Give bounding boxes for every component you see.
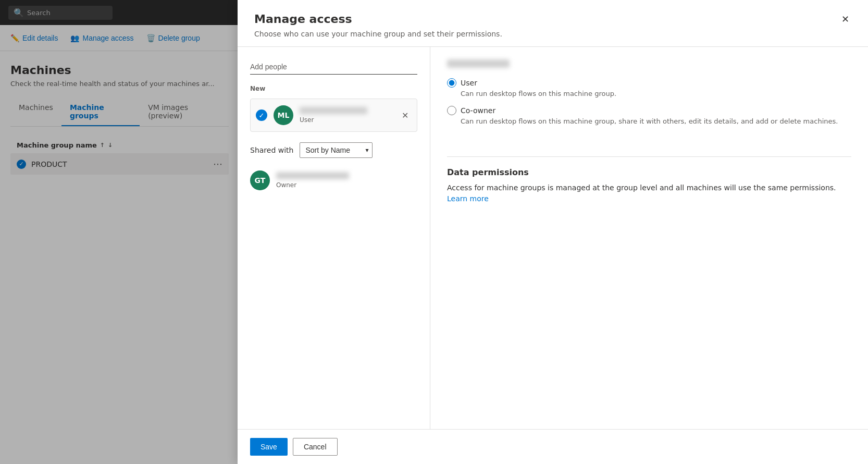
shared-user-item: GT Owner (250, 166, 417, 194)
role-radio-group: User Can run desktop flows on this machi… (447, 78, 851, 133)
modal-right-panel: User Can run desktop flows on this machi… (430, 47, 868, 429)
remove-user-button[interactable]: ✕ (399, 109, 412, 121)
modal-header-text: Manage access Choose who can use your ma… (254, 13, 502, 38)
add-people-input[interactable] (250, 59, 417, 75)
new-user-card: ✓ ML User ✕ (250, 99, 417, 132)
coowner-radio-desc: Can run desktop flows on this machine gr… (461, 117, 851, 125)
coowner-radio-row: Co-owner (447, 106, 851, 115)
role-title-blurred (447, 59, 510, 68)
cancel-button[interactable]: Cancel (293, 438, 338, 456)
data-permissions-text: Access for machine groups is managed at … (447, 182, 851, 204)
divider (447, 156, 851, 157)
owner-info: Owner (276, 172, 349, 189)
modal-header: Manage access Choose who can use your ma… (238, 0, 868, 47)
modal-footer: Save Cancel (238, 429, 868, 464)
new-user-role: User (300, 116, 392, 124)
new-user-avatar: ML (274, 105, 293, 125)
new-user-name-blurred (300, 107, 367, 114)
shared-with-label: Shared with (250, 146, 293, 154)
sort-select[interactable]: Sort by Name Sort by Role (300, 142, 373, 158)
user-radio-row: User (447, 78, 851, 88)
modal-title: Manage access (254, 13, 502, 26)
data-permissions-title: Data permissions (447, 167, 851, 177)
manage-access-modal: Manage access Choose who can use your ma… (238, 0, 868, 464)
user-radio-desc: Can run desktop flows on this machine gr… (461, 90, 851, 97)
modal-subtitle: Choose who can use your machine group an… (254, 30, 502, 38)
new-user-info: User (300, 107, 392, 124)
coowner-radio-label: Co-owner (461, 106, 495, 115)
modal-left-panel: New ✓ ML User ✕ Shared with Sort by Name… (238, 47, 430, 429)
owner-role: Owner (276, 181, 349, 189)
user-radio-label: User (461, 79, 477, 87)
user-radio-input[interactable] (447, 78, 456, 88)
coowner-role-option: Co-owner Can run desktop flows on this m… (447, 106, 851, 125)
coowner-radio-input[interactable] (447, 106, 456, 115)
owner-avatar: GT (250, 170, 270, 190)
sort-select-wrapper: Sort by Name Sort by Role ▾ (300, 142, 373, 158)
learn-more-link[interactable]: Learn more (447, 194, 489, 203)
shared-with-row: Shared with Sort by Name Sort by Role ▾ (250, 142, 417, 158)
save-button[interactable]: Save (250, 438, 288, 456)
close-button[interactable]: ✕ (839, 13, 851, 26)
user-role-option: User Can run desktop flows on this machi… (447, 78, 851, 97)
user-check-icon: ✓ (256, 109, 267, 121)
owner-name-blurred (276, 172, 349, 179)
new-section-label: New (250, 85, 417, 92)
modal-body: New ✓ ML User ✕ Shared with Sort by Name… (238, 47, 868, 429)
